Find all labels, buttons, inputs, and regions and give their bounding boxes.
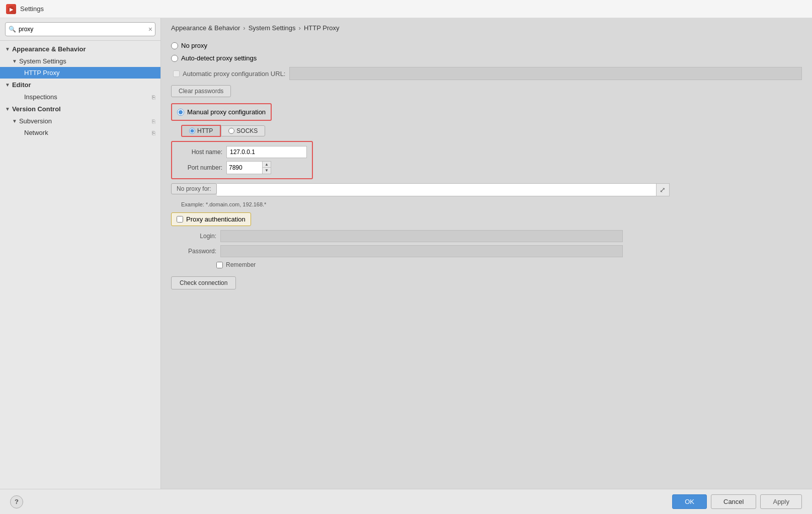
auto-detect-radio[interactable]	[171, 55, 178, 62]
content-area: Appearance & Behavior › System Settings …	[161, 18, 812, 489]
remember-checkbox[interactable]	[216, 262, 223, 268]
remember-label[interactable]: Remember	[226, 261, 256, 268]
spinner-up-button[interactable]: ▲	[263, 162, 271, 168]
help-button[interactable]: ?	[10, 495, 23, 508]
no-proxy-for-label: No proxy for:	[171, 183, 217, 194]
main-container: 🔍 × ▼ Appearance & Behavior ▼ System Set…	[0, 18, 812, 489]
login-label: Login:	[181, 233, 216, 240]
proxy-auth-label[interactable]: Proxy authentication	[186, 215, 246, 223]
port-number-row: Port number: ▲ ▼	[177, 161, 307, 174]
auth-fields: Login: Password:	[181, 230, 802, 257]
http-tab-label: HTTP	[197, 127, 213, 134]
sidebar: 🔍 × ▼ Appearance & Behavior ▼ System Set…	[0, 18, 161, 489]
no-proxy-input-wrapper: ⤢	[217, 183, 670, 196]
check-connection-container: Check connection	[171, 272, 802, 289]
password-input[interactable]	[220, 245, 623, 257]
apply-button[interactable]: Apply	[760, 494, 802, 509]
password-label: Password:	[181, 248, 216, 255]
sidebar-group-editor-text: Editor	[12, 81, 31, 89]
sidebar-group-label-text: Appearance & Behavior	[12, 45, 86, 53]
automatic-url-label: Automatic proxy configuration URL:	[183, 70, 285, 78]
sidebar-item-version-control[interactable]: ▼ Version Control	[0, 103, 160, 115]
svg-text:▶: ▶	[10, 7, 14, 12]
sidebar-group-vc-text: Version Control	[12, 105, 61, 113]
manual-proxy-section: Manual proxy configuration	[171, 103, 272, 121]
expand-icon[interactable]: ⤢	[657, 183, 670, 196]
socks-tab[interactable]: SOCKS	[221, 125, 265, 136]
sidebar-leaf-inspections-label: Inspections	[24, 93, 57, 101]
breadcrumb-part-3: HTTP Proxy	[304, 24, 340, 32]
footer-right: OK Cancel Apply	[672, 494, 802, 509]
app-icon: ▶	[6, 4, 16, 14]
search-input[interactable]	[5, 22, 155, 36]
clear-passwords-button[interactable]: Clear passwords	[171, 85, 231, 97]
spinner-arrows: ▲ ▼	[262, 162, 271, 174]
search-box-container: 🔍 ×	[0, 18, 160, 41]
proxy-auth-checkbox[interactable]	[177, 216, 183, 223]
sidebar-leaf-inner-network: Network	[24, 129, 48, 136]
host-name-input[interactable]	[226, 146, 307, 158]
chevron-down-icon: ▼	[12, 118, 17, 124]
automatic-url-input[interactable]	[289, 67, 802, 80]
password-row: Password:	[181, 245, 802, 257]
breadcrumb: Appearance & Behavior › System Settings …	[161, 18, 812, 37]
breadcrumb-part-2: System Settings	[249, 24, 296, 32]
copy-icon-network: ⎘	[152, 130, 155, 136]
spinner-down-button[interactable]: ▼	[263, 168, 271, 174]
port-number-input[interactable]	[227, 162, 262, 174]
search-clear-button[interactable]: ×	[148, 26, 152, 33]
auto-detect-option: Auto-detect proxy settings	[171, 54, 802, 62]
sidebar-item-http-proxy[interactable]: HTTP Proxy	[0, 67, 160, 79]
manual-proxy-radio[interactable]	[177, 109, 184, 116]
automatic-url-checkbox[interactable]	[173, 70, 180, 77]
sidebar-leaf-network-label: Network	[24, 129, 48, 136]
chevron-down-icon: ▼	[12, 58, 17, 64]
manual-proxy-label[interactable]: Manual proxy configuration	[187, 108, 266, 116]
breadcrumb-part-1: Appearance & Behavior	[171, 24, 240, 32]
protocol-tabs: HTTP SOCKS	[181, 125, 802, 137]
http-tab[interactable]: HTTP	[181, 125, 221, 137]
host-name-row: Host name:	[177, 146, 307, 158]
sidebar-item-inspections[interactable]: Inspections ⎘	[0, 91, 160, 103]
search-icon: 🔍	[9, 26, 16, 33]
no-proxy-for-input[interactable]	[217, 183, 657, 196]
check-connection-button[interactable]: Check connection	[171, 276, 236, 289]
title-bar: ▶ Settings	[0, 0, 812, 18]
auto-detect-label[interactable]: Auto-detect proxy settings	[181, 54, 257, 62]
login-input[interactable]	[220, 230, 623, 242]
example-text: Example: *.domain.com, 192.168.*	[181, 200, 802, 208]
clear-passwords-container: Clear passwords	[171, 84, 802, 99]
sidebar-item-system-settings[interactable]: ▼ System Settings	[0, 55, 160, 67]
sidebar-item-network[interactable]: Network ⎘	[0, 127, 160, 138]
login-row: Login:	[181, 230, 802, 242]
remember-row: Remember	[216, 261, 802, 268]
cancel-button[interactable]: Cancel	[711, 494, 756, 509]
host-port-section: Host name: Port number: ▲ ▼	[171, 141, 313, 179]
sidebar-sub-svn-text: Subversion	[19, 117, 52, 125]
socks-radio[interactable]	[228, 128, 234, 134]
chevron-down-icon: ▼	[5, 106, 10, 112]
port-spinner-val: ▲ ▼	[227, 162, 271, 174]
footer-left: ?	[10, 495, 23, 508]
no-proxy-label[interactable]: No proxy	[181, 42, 207, 49]
automatic-url-row: Automatic proxy configuration URL:	[173, 67, 802, 80]
sidebar-sub-label-text: System Settings	[19, 57, 66, 65]
sidebar-items: ▼ Appearance & Behavior ▼ System Setting…	[0, 41, 160, 140]
search-box-wrapper: 🔍 ×	[5, 22, 155, 36]
http-radio[interactable]	[189, 128, 195, 134]
ok-button[interactable]: OK	[672, 494, 707, 509]
breadcrumb-sep-2: ›	[299, 24, 301, 32]
footer: ? OK Cancel Apply	[0, 489, 812, 514]
no-proxy-radio[interactable]	[171, 42, 178, 49]
copy-icon-svn: ⎘	[152, 118, 155, 124]
sidebar-item-subversion[interactable]: ▼ Subversion ⎘	[0, 115, 160, 127]
automatic-url-checkbox-label: Automatic proxy configuration URL:	[173, 70, 285, 78]
no-proxy-for-row: No proxy for: ⤢	[171, 183, 802, 196]
port-number-label: Port number:	[177, 164, 222, 171]
sidebar-leaf-inner-inspections: Inspections	[24, 93, 57, 101]
breadcrumb-sep-1: ›	[243, 24, 245, 32]
window-title: Settings	[20, 5, 44, 13]
proxy-auth-section: Proxy authentication	[171, 212, 251, 226]
sidebar-item-appearance-behavior[interactable]: ▼ Appearance & Behavior	[0, 43, 160, 55]
sidebar-item-editor[interactable]: ▼ Editor	[0, 79, 160, 91]
